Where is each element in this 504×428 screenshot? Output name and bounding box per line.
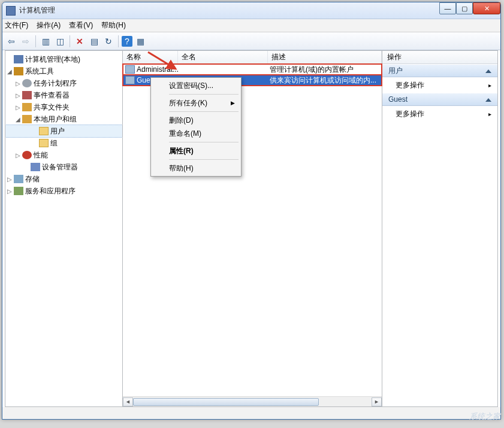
menu-action[interactable]: 操作(A): [37, 20, 61, 31]
menu-file[interactable]: 文件(F): [5, 20, 28, 31]
titlebar: 计算机管理 — ▢ ✕: [2, 2, 500, 19]
window-title: 计算机管理: [19, 5, 55, 16]
column-description[interactable]: 描述: [268, 51, 382, 63]
properties-toolbar-button[interactable]: ▤: [87, 35, 101, 48]
close-button[interactable]: ✕: [473, 2, 500, 14]
toolbar: ⇦ ⇨ ▥ ◫ ✕ ▤ ↻ ? ▦: [2, 32, 500, 50]
status-bar: [2, 407, 500, 419]
tree-event-viewer[interactable]: ▷事件查看器: [5, 89, 122, 101]
forward-button[interactable]: ⇨: [19, 35, 32, 48]
menu-help[interactable]: 帮助(H): [101, 20, 126, 31]
separator-icon: [169, 159, 239, 160]
actions-more-guest[interactable]: 更多操作: [382, 106, 497, 122]
app-window: 计算机管理 — ▢ ✕ 文件(F) 操作(A) 查看(V) 帮助(H) ⇦ ⇨ …: [2, 2, 501, 420]
horizontal-scrollbar[interactable]: ◄ ►: [123, 396, 382, 406]
tree-root[interactable]: 计算机管理(本地): [5, 53, 122, 65]
actions-section-users[interactable]: 用户: [382, 64, 497, 77]
actions-pane: 操作 用户 更多操作 Guest 更多操作: [382, 51, 497, 406]
menubar: 文件(F) 操作(A) 查看(V) 帮助(H): [2, 19, 500, 32]
actions-section-guest[interactable]: Guest: [382, 93, 497, 106]
navigation-tree[interactable]: 计算机管理(本地) ◢系统工具 ▷任务计划程序 ▷事件查看器 ▷共享文件夹 ◢本…: [5, 51, 123, 406]
scroll-track[interactable]: [133, 397, 372, 406]
cell-desc: 管理计算机(域)的内置帐户: [270, 65, 354, 75]
user-icon: [125, 65, 135, 74]
tree-services-apps[interactable]: ▷服务和应用程序: [5, 185, 122, 197]
tree-task-scheduler[interactable]: ▷任务计划程序: [5, 77, 122, 89]
ctx-delete[interactable]: 删除(D): [152, 114, 240, 127]
tree-local-users-groups[interactable]: ◢本地用户和组: [5, 113, 122, 125]
separator-icon: [169, 111, 239, 112]
tools-icon: [14, 67, 23, 75]
actions-more-users[interactable]: 更多操作: [382, 77, 497, 93]
performance-icon: [22, 151, 32, 159]
maximize-button[interactable]: ▢: [456, 2, 473, 14]
storage-icon: [14, 175, 23, 183]
separator-icon: [35, 35, 36, 47]
ctx-help[interactable]: 帮助(H): [152, 162, 240, 175]
tree-performance[interactable]: ▷性能: [5, 149, 122, 161]
separator-icon: [169, 94, 239, 95]
tree-groups[interactable]: 组: [5, 137, 122, 149]
tree-device-manager[interactable]: 设备管理器: [5, 161, 122, 173]
computer-icon: [14, 55, 23, 63]
watermark-text: 系统之家: [469, 411, 500, 422]
context-menu: 设置密码(S)... 所有任务(K) 删除(D) 重命名(M) 属性(R) 帮助…: [150, 77, 242, 177]
ctx-properties[interactable]: 属性(R): [152, 144, 240, 157]
annotation-arrow-icon: [147, 51, 183, 75]
separator-icon: [118, 35, 119, 47]
separator-icon: [169, 142, 239, 142]
help-toolbar-button[interactable]: ?: [122, 36, 132, 47]
folder-icon: [39, 127, 49, 135]
ctx-all-tasks[interactable]: 所有任务(K): [152, 96, 240, 110]
separator-icon: [70, 35, 70, 47]
tree-storage[interactable]: ▷存储: [5, 173, 122, 185]
cell-desc: 供来宾访问计算机或访问域的内...: [270, 75, 376, 86]
event-viewer-icon: [22, 91, 32, 99]
ctx-set-password[interactable]: 设置密码(S)...: [152, 79, 240, 92]
app-icon: [6, 6, 16, 16]
scroll-right-button[interactable]: ►: [372, 397, 382, 406]
menu-view[interactable]: 查看(V): [69, 20, 93, 31]
window-buttons: — ▢ ✕: [439, 2, 500, 14]
scroll-left-button[interactable]: ◄: [123, 397, 133, 406]
up-button[interactable]: ▥: [39, 35, 52, 48]
tree-users[interactable]: 用户: [5, 125, 122, 137]
clock-icon: [22, 79, 32, 87]
shared-folders-icon: [22, 103, 32, 111]
column-fullname[interactable]: 全名: [178, 51, 268, 63]
minimize-button[interactable]: —: [439, 2, 456, 14]
device-manager-icon: [31, 163, 40, 171]
back-button[interactable]: ⇦: [5, 35, 18, 48]
options-toolbar-button[interactable]: ▦: [134, 35, 147, 48]
show-hide-tree-button[interactable]: ◫: [53, 35, 67, 48]
tree-system-tools[interactable]: ◢系统工具: [5, 65, 122, 77]
scroll-thumb[interactable]: [133, 398, 319, 406]
list-pane: 名称 全名 描述 Administrat... 管理计算机(域)的内置帐户 Gu…: [123, 51, 382, 406]
client-area: 计算机管理(本地) ◢系统工具 ▷任务计划程序 ▷事件查看器 ▷共享文件夹 ◢本…: [5, 50, 498, 407]
ctx-rename[interactable]: 重命名(M): [152, 127, 240, 140]
tree-shared-folders[interactable]: ▷共享文件夹: [5, 101, 122, 113]
refresh-toolbar-button[interactable]: ↻: [102, 35, 115, 48]
actions-header: 操作: [382, 51, 497, 64]
delete-toolbar-button[interactable]: ✕: [73, 35, 86, 48]
svg-line-0: [148, 52, 176, 69]
folder-icon: [39, 139, 49, 147]
users-groups-icon: [22, 115, 32, 123]
services-icon: [14, 187, 23, 195]
user-icon: [125, 76, 135, 84]
